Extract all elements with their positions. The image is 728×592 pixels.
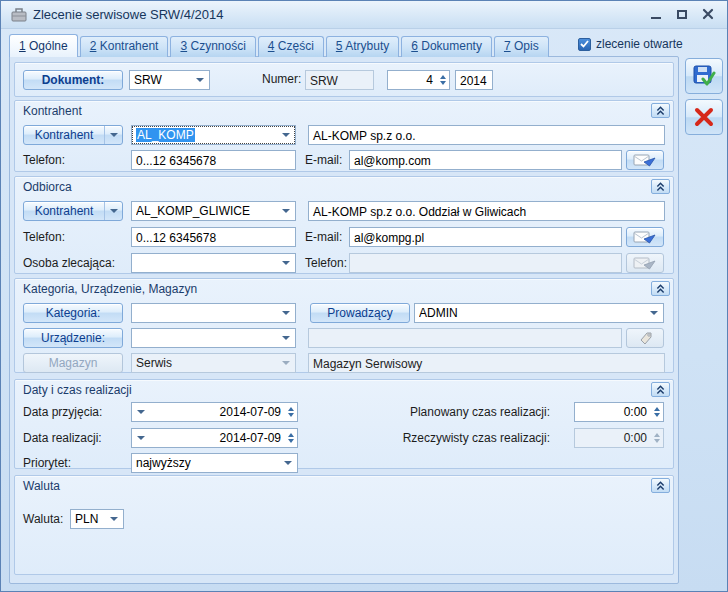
kategoria-collapse-button[interactable] (651, 281, 670, 296)
chevron-down-icon (650, 311, 658, 315)
daty-section-title: Daty i czas realizacji (23, 383, 132, 397)
odbiorca-email-label: E-mail: (305, 227, 342, 247)
spinner-icon[interactable] (650, 404, 663, 420)
spinner-icon[interactable] (284, 404, 297, 420)
planowany-czas-field[interactable]: 0:00 (574, 402, 664, 422)
kontrahent-code-combo[interactable]: AL_KOMP (131, 125, 296, 145)
tab-atrybuty[interactable]: 5 Atrybuty (326, 36, 399, 57)
tab-czynnosci[interactable]: 3 Czynności (170, 36, 255, 57)
data-przyjecia-field[interactable]: 2014-07-09 (131, 402, 298, 422)
tab-page-ogolne: Dokument: SRW Numer: SRW 4 2014 Kontrahe… (9, 56, 679, 584)
waluta-collapse-button[interactable] (651, 478, 670, 493)
tag-icon (637, 330, 653, 346)
kontrahent-button[interactable]: Kontrahent (23, 125, 123, 145)
dokument-button[interactable]: Dokument: (23, 70, 123, 90)
numer-value-spinner[interactable]: 4 (387, 70, 450, 90)
maximize-button[interactable] (673, 6, 691, 22)
odbiorca-kontrahent-button[interactable]: Kontrahent (23, 201, 123, 221)
odbiorca-collapse-button[interactable] (651, 179, 670, 194)
kontrahent-telefon-label: Telefon: (23, 150, 65, 170)
data-realizacji-field[interactable]: 2014-07-09 (131, 428, 298, 448)
tab-ogolne[interactable]: 1 Ogólne (9, 34, 78, 57)
waluta-section: Waluta Waluta: PLN (14, 475, 674, 575)
close-button[interactable] (699, 6, 717, 22)
tab-kontrahent[interactable]: 2 Kontrahent (80, 36, 169, 57)
chevron-double-up-icon (655, 480, 666, 491)
urzadzenie-combo[interactable] (131, 328, 296, 348)
odbiorca-code-combo[interactable]: AL_KOMP_GLIWICE (131, 201, 296, 221)
window-title: Zlecenie serwisowe SRW/4/2014 (33, 7, 224, 22)
minimize-button[interactable] (647, 6, 665, 22)
kontrahent-name-field[interactable]: AL-KOMP sp.z o.o. (308, 125, 665, 145)
spinner-icon (650, 430, 663, 446)
odbiorca-section-title: Odbiorca (23, 180, 72, 194)
osoba-zlecajaca-combo[interactable] (131, 253, 296, 273)
numer-label: Numer: (262, 69, 301, 89)
odbiorca-name-field[interactable]: AL-KOMP sp.z o.o. Oddział w Gliwicach (308, 201, 665, 221)
spinner-icon[interactable] (284, 430, 297, 446)
kontrahent-section-title: Kontrahent (23, 104, 82, 118)
maximize-icon (677, 10, 687, 19)
magazyn-button-disabled: Magazyn (23, 353, 123, 373)
cancel-button[interactable] (685, 99, 723, 135)
calendar-dropdown-icon[interactable] (137, 410, 145, 414)
briefcase-icon (11, 8, 27, 25)
chevron-double-up-icon (655, 105, 666, 116)
chevron-down-icon (110, 517, 118, 521)
prowadzacy-button[interactable]: Prowadzący (310, 303, 410, 323)
red-x-icon (693, 106, 715, 128)
priorytet-label: Priorytet: (23, 453, 71, 473)
numer-prefix-field: SRW (305, 70, 374, 90)
tab-czesci[interactable]: 4 Części (258, 36, 324, 57)
tab-opis[interactable]: 7 Opis (494, 36, 549, 57)
tab-dokumenty[interactable]: 6 Dokumenty (401, 36, 492, 57)
chevron-down-icon (196, 78, 204, 82)
magazyn-combo-disabled: Serwis (131, 353, 296, 373)
chevron-down-icon (282, 361, 290, 365)
waluta-label: Waluta: (23, 509, 63, 529)
odbiorca-telefon-field[interactable]: 0...12 6345678 (131, 227, 296, 247)
numer-year-field[interactable]: 2014 (455, 70, 493, 90)
odbiorca-telefon2-label: Telefon: (305, 253, 347, 273)
kontrahent-telefon-field[interactable]: 0...12 6345678 (131, 150, 296, 170)
magazyn-name-field: Magazyn Serwisowy (308, 353, 665, 373)
chevron-down-icon (282, 133, 290, 137)
priorytet-combo[interactable]: najwyższy (131, 453, 298, 473)
kontrahent-collapse-button[interactable] (651, 103, 670, 118)
titlebar: Zlecenie serwisowe SRW/4/2014 (1, 1, 727, 29)
close-icon (702, 8, 714, 20)
waluta-combo[interactable]: PLN (70, 509, 124, 529)
data-realizacji-label: Data realizacji: (23, 428, 102, 448)
chevron-down-icon[interactable] (104, 126, 122, 144)
minimize-icon (651, 17, 661, 19)
spinner-icon[interactable] (436, 72, 449, 88)
odbiorca-send-email-button[interactable] (626, 227, 664, 247)
chevron-down-icon (282, 336, 290, 340)
kategoria-button[interactable]: Kategoria: (23, 303, 123, 323)
kontrahent-send-email-button[interactable] (626, 150, 664, 170)
prowadzacy-combo[interactable]: ADMIN (414, 303, 664, 323)
save-button[interactable] (685, 58, 723, 94)
envelope-send-icon (633, 230, 657, 245)
odbiorca-telefon-label: Telefon: (23, 227, 65, 247)
chevron-double-up-icon (655, 283, 666, 294)
urzadzenie-button[interactable]: Urządzenie: (23, 328, 123, 348)
rzeczywisty-czas-label: Rzeczywisty czas realizacji: (305, 428, 550, 448)
chevron-down-icon[interactable] (104, 202, 122, 220)
planowany-czas-label: Planowany czas realizacji: (305, 402, 550, 422)
envelope-send-icon (633, 153, 657, 168)
document-type-combo[interactable]: SRW (129, 70, 210, 90)
daty-section: Daty i czas realizacji Data przyjęcia: 2… (14, 379, 674, 469)
checkbox-checked-icon (578, 38, 591, 51)
kategoria-section-title: Kategoria, Urządzenie, Magazyn (23, 282, 197, 296)
chevron-double-up-icon (655, 181, 666, 192)
odbiorca-section: Odbiorca Kontrahent AL_KOMP_GLIWICE AL-K… (14, 176, 674, 274)
calendar-dropdown-icon[interactable] (137, 436, 145, 440)
odbiorca-email-field[interactable]: al@kompg.pl (349, 227, 622, 247)
kontrahent-section: Kontrahent Kontrahent AL_KOMP AL-KOMP sp… (14, 100, 674, 172)
kategoria-combo[interactable] (131, 303, 296, 323)
daty-collapse-button[interactable] (651, 382, 670, 397)
kontrahent-email-field[interactable]: al@komp.com (349, 150, 622, 170)
order-open-checkbox[interactable]: zlecenie otwarte (578, 37, 683, 51)
service-order-window: Zlecenie serwisowe SRW/4/2014 1 Ogólne 2… (0, 0, 728, 592)
